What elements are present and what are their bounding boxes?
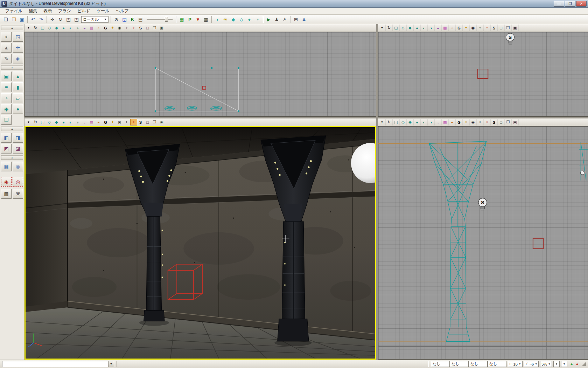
hide-selected-icon[interactable]: ◉ [1, 177, 12, 187]
camera-actor-icon[interactable]: ⌖ [477, 119, 484, 125]
lighting-only-icon[interactable]: ◑ [428, 25, 435, 31]
realtime-toggle-icon[interactable]: ↻ [32, 119, 39, 125]
undo-icon[interactable]: ↶ [29, 16, 37, 23]
square-selection-icon[interactable]: □ [144, 25, 151, 31]
csg-subtract-icon[interactable]: ◨ [13, 133, 23, 143]
light-complexity-icon[interactable]: ◒ [435, 25, 442, 31]
lock-viewport-icon[interactable]: ✦ [109, 119, 116, 125]
lit-icon[interactable]: ● [60, 25, 67, 31]
menu-item[interactable]: 表示 [40, 7, 55, 15]
content-browser-icon[interactable]: ▤ [136, 16, 145, 23]
fullscreen-icon[interactable]: ◱ [120, 16, 128, 23]
kismet-icon[interactable]: K [128, 16, 136, 23]
room-brush-edges[interactable] [378, 143, 588, 346]
lit-icon[interactable]: ● [414, 119, 421, 125]
package-icon[interactable]: ▩ [202, 16, 210, 23]
save-all-icon[interactable]: ▣ [18, 16, 26, 23]
maximize-viewport-icon[interactable]: ▣ [512, 119, 519, 125]
builder-brush-top-view[interactable] [202, 86, 206, 89]
play-in-editor-icon[interactable]: P [186, 16, 194, 23]
maximize-button[interactable]: ❐ [565, 1, 575, 7]
camera-speed-slider[interactable] [147, 16, 173, 22]
resize-grip[interactable] [582, 362, 586, 366]
build-geometry-icon[interactable]: ◑ [213, 16, 221, 23]
detail-lighting-icon[interactable]: ◐ [67, 119, 74, 125]
edge-mesh-wireframe[interactable] [579, 142, 588, 180]
cube-primitive-icon[interactable]: ▣ [1, 71, 12, 81]
left-wall[interactable] [26, 170, 68, 312]
camera-actor-icon[interactable]: ⌖ [123, 25, 130, 31]
ortho-view-canvas-top[interactable] [24, 32, 376, 117]
csg-intersect-icon[interactable]: ◩ [1, 144, 12, 154]
go-to-actor-icon[interactable]: ◎ [13, 162, 23, 171]
texture-density-icon[interactable]: ▦ [88, 119, 95, 125]
realtime-toggle-icon[interactable]: ↻ [32, 25, 39, 31]
detail-lighting-icon[interactable]: ◐ [421, 25, 428, 31]
status-field[interactable]: なし [450, 361, 469, 367]
viewport-options-icon[interactable]: ▼ [379, 25, 386, 31]
build-cover-icon[interactable]: ◇ [237, 16, 245, 23]
sheet-primitive-icon[interactable]: ▱ [13, 93, 23, 103]
lit-icon[interactable]: ● [414, 25, 421, 31]
status-field[interactable]: なし [431, 361, 450, 367]
perspective-camera-icon[interactable]: ⌖ [484, 25, 491, 31]
palette-collapse-header[interactable]: ▲ [1, 127, 23, 131]
wireframe-icon[interactable]: ◇ [46, 119, 53, 125]
game-view-icon[interactable]: G [102, 25, 109, 31]
brush-wireframe-icon[interactable]: ▢ [393, 119, 400, 125]
perspective-camera-icon[interactable]: ⌖ [130, 119, 137, 125]
unlit-icon[interactable]: ◆ [407, 119, 414, 125]
ortho-view-canvas-side[interactable]: S [378, 126, 588, 360]
shader-complexity-icon[interactable]: ◓ [449, 119, 456, 125]
level-streaming-icon[interactable]: S [137, 119, 144, 125]
close-button[interactable]: ✕ [576, 1, 587, 7]
shader-complexity-icon[interactable]: ◓ [449, 25, 456, 31]
build-lighting-icon[interactable]: ☀ [221, 16, 229, 23]
geometry-mode-icon[interactable]: ◳ [13, 32, 23, 42]
realtime-toggle-icon[interactable]: ↻ [386, 119, 393, 125]
level-streaming-icon[interactable]: S [491, 25, 498, 31]
use-actor-icon[interactable]: ▩ [1, 189, 12, 199]
slider-thumb[interactable] [165, 17, 168, 22]
brush-wireframe-icon[interactable]: ▢ [39, 119, 46, 125]
detail-lighting-icon[interactable]: ◐ [67, 25, 74, 31]
chevron-down-icon[interactable]: ▼ [108, 361, 114, 367]
terrain-mode-icon[interactable]: ▲ [1, 43, 12, 53]
camera-actor-icon[interactable]: ⌖ [123, 119, 130, 125]
realtime-toggle-icon[interactable]: ↻ [386, 25, 393, 31]
pillar-mesh-wireframe-side[interactable] [429, 141, 486, 342]
perspective-camera-icon[interactable]: ⌖ [130, 25, 137, 31]
unlit-icon[interactable]: ◆ [53, 25, 60, 31]
square-selection-icon[interactable]: □ [144, 119, 151, 125]
lighting-only-icon[interactable]: ◑ [74, 119, 81, 125]
wireframe-icon[interactable]: ◇ [46, 25, 53, 31]
builder-brush-side-view[interactable] [533, 238, 543, 249]
camera-mode-icon[interactable]: ⌖ [1, 32, 12, 42]
menu-item[interactable]: ビルド [74, 7, 93, 15]
menu-item[interactable]: ブラシ [55, 7, 74, 15]
status-field[interactable]: なし [469, 361, 488, 367]
redo-icon[interactable]: ↷ [37, 16, 45, 23]
cone-primitive-icon[interactable]: ▲ [13, 71, 23, 81]
widget-select-icon[interactable]: ▦ [1, 162, 12, 171]
texture-density-icon[interactable]: ▦ [88, 25, 95, 31]
open-map-icon[interactable]: ❒ [10, 16, 18, 23]
float-viewport-icon[interactable]: ❐ [151, 25, 158, 31]
brush-wireframe-icon[interactable]: ▢ [39, 25, 46, 31]
viewport-options-icon[interactable]: ▼ [25, 119, 32, 125]
unlit-icon[interactable]: ◆ [53, 119, 60, 125]
light-complexity-icon[interactable]: ◒ [81, 25, 88, 31]
ortho-view-canvas-front[interactable]: S [378, 32, 588, 117]
texture-density-icon[interactable]: ▦ [442, 25, 449, 31]
editor-preferences-icon[interactable]: ♟ [300, 16, 308, 23]
show-flags-eye-icon[interactable]: ◉ [470, 25, 477, 31]
lock-viewport-icon[interactable]: ✦ [109, 25, 116, 31]
viewport-options-icon[interactable]: ▼ [379, 119, 386, 125]
minimize-button[interactable]: — [554, 1, 564, 7]
select-translate-icon[interactable]: ✛ [48, 16, 56, 23]
light-actor-icon[interactable]: S [478, 198, 487, 210]
wireframe-icon[interactable]: ◇ [400, 119, 407, 125]
game-view-icon[interactable]: G [102, 119, 109, 125]
menu-item[interactable]: 編集 [26, 7, 40, 15]
wireframe-icon[interactable]: ◇ [400, 25, 407, 31]
